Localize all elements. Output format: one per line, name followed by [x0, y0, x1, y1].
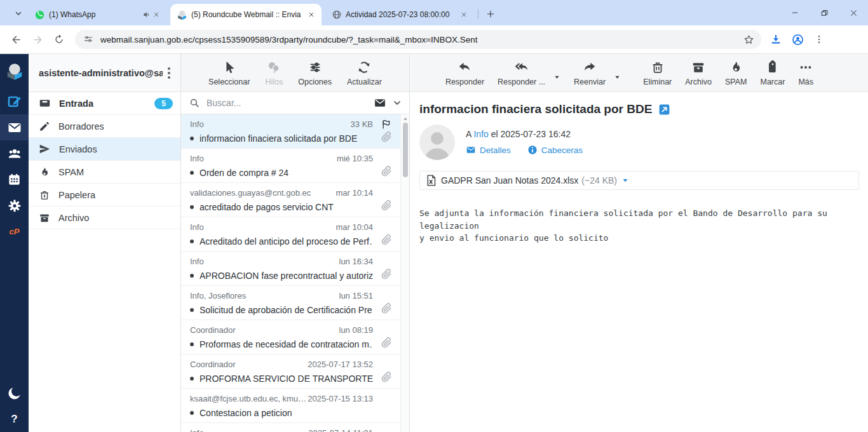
scope-mail-icon[interactable] — [374, 97, 386, 109]
attachment-dropdown-icon[interactable] — [621, 177, 629, 184]
minimize-icon — [791, 9, 799, 17]
contacts-nav-button[interactable] — [0, 140, 29, 166]
archive-icon — [691, 60, 705, 74]
message-date: 33 KB — [351, 119, 373, 129]
scrollbar-thumb[interactable] — [403, 123, 408, 177]
message-sender: Info — [190, 428, 204, 432]
flag-icon[interactable] — [381, 119, 392, 130]
select-button[interactable]: Seleccionar — [208, 60, 250, 86]
roundcube-logo — [0, 54, 29, 88]
message-sender: Coordinador — [190, 360, 236, 369]
reply-all-icon — [515, 60, 529, 74]
folder-archive[interactable]: Archivo — [29, 206, 180, 229]
reply-all-button[interactable]: Responder ... — [498, 60, 545, 86]
message-list-item[interactable]: ksaait@fcjse.utb.edu.ec, kmu… 2025-07-15… — [181, 389, 401, 423]
archive-button[interactable]: Archivo — [685, 60, 712, 86]
help-button[interactable]: ? — [0, 406, 29, 432]
browser-menu-button[interactable] — [808, 29, 830, 50]
compose-button[interactable] — [0, 88, 29, 114]
tab-search-button[interactable] — [10, 6, 27, 20]
tab-divider — [478, 9, 478, 19]
more-button[interactable]: Más — [798, 60, 813, 86]
scroll-up-icon[interactable] — [403, 116, 408, 121]
message-list-item[interactable]: validaciones.guayas@cnt.gob.ec mar 10:14… — [181, 183, 401, 217]
cursor-icon — [222, 60, 236, 74]
maximize-button[interactable] — [810, 0, 839, 25]
threads-button[interactable]: Hilos — [265, 60, 283, 86]
message-list-item[interactable]: Info 2025-07-14 11:01 — [181, 423, 401, 432]
search-input[interactable] — [207, 98, 374, 108]
reply-button[interactable]: Responder — [445, 60, 484, 86]
chevron-down-icon — [15, 10, 22, 17]
back-button[interactable] — [5, 29, 27, 50]
close-window-button[interactable] — [839, 0, 868, 25]
person-icon — [419, 127, 455, 160]
recipient-link[interactable]: Info — [473, 129, 488, 139]
message-list-item[interactable]: Coordinador 2025-07-17 13:52 PROFORMA SE… — [181, 354, 401, 389]
tab-close-button[interactable] — [306, 10, 316, 20]
message-list-item[interactable]: Info mié 10:35 Orden de compra # 24 — [181, 149, 401, 183]
details-link[interactable]: Detalles — [466, 145, 511, 155]
message-list-item[interactable]: Info lun 16:34 APROBACION fase precontra… — [181, 252, 401, 286]
mark-button[interactable]: Marcar — [760, 60, 785, 86]
mail-toolbar: Responder Responder ... Reenviar — [410, 54, 868, 92]
delete-button[interactable]: Eliminar — [643, 60, 672, 86]
tab-close-button[interactable] — [151, 10, 161, 20]
message-list-item[interactable]: Coordinador lun 08:19 Proformas de neces… — [181, 320, 401, 354]
headers-link[interactable]: Cabeceras — [527, 145, 583, 155]
trash-icon — [39, 189, 50, 201]
message-date: lun 15:51 — [339, 291, 374, 300]
attachment-chip[interactable]: GADPR San Juan Notas 2024.xlsx (~24 KB) — [419, 171, 859, 190]
folder-inbox[interactable]: Entrada 5 — [29, 92, 180, 115]
folder-drafts[interactable]: Borradores — [29, 115, 180, 138]
calendar-nav-button[interactable] — [0, 166, 29, 192]
attachment-icon — [381, 372, 392, 382]
new-tab-button[interactable] — [483, 6, 498, 22]
message-list-item[interactable]: Info 33 KB informacion finaciera solicit… — [181, 114, 401, 149]
mail-nav-button[interactable] — [0, 114, 29, 140]
open-in-new-window-icon[interactable] — [658, 104, 670, 116]
forward-button[interactable] — [27, 29, 48, 50]
folder-sent[interactable]: Enviados — [29, 138, 180, 161]
forward-dropdown-icon[interactable] — [614, 74, 621, 81]
forward-button[interactable]: Reenviar — [574, 60, 606, 86]
folder-spam[interactable]: SPAM — [29, 161, 180, 184]
minimize-button[interactable] — [780, 0, 810, 25]
unread-dot — [190, 240, 194, 243]
refresh-button[interactable]: Actualizar — [347, 60, 382, 86]
list-scrollbar[interactable] — [400, 114, 409, 432]
tab-close-button[interactable] — [459, 10, 469, 20]
whatsapp-icon — [34, 10, 45, 20]
tab-roundcube[interactable]: (5) Roundcube Webmail :: Envia — [170, 4, 322, 25]
message-sender: ksaait@fcjse.utb.edu.ec, kmu… — [190, 394, 306, 403]
download-icon — [770, 33, 782, 46]
tab-audio-icon[interactable] — [142, 10, 151, 19]
tab-actividad[interactable]: Actividad 2025-07-23 08:00:00 — [325, 4, 474, 25]
message-list-item[interactable]: Info, Joseflores lun 15:51 Solicitud de … — [181, 286, 401, 320]
bookmark-star-icon[interactable] — [743, 34, 755, 46]
attachment-icon — [381, 132, 392, 142]
folder-trash[interactable]: Papelera — [29, 184, 180, 206]
mail-subject: informacion finaciera solicitada por BDE — [419, 102, 652, 116]
account-menu-button[interactable] — [163, 67, 175, 79]
cpanel-nav-button[interactable]: cP — [0, 219, 29, 245]
settings-nav-button[interactable] — [0, 192, 29, 219]
address-bar[interactable]: webmail.sanjuan.gob.ec/cpsess1535909589/… — [75, 30, 761, 49]
search-options-chevron-icon[interactable] — [393, 98, 402, 107]
tab-whatsapp[interactable]: (1) WhatsApp — [28, 4, 166, 25]
spam-button[interactable]: SPAM — [725, 60, 747, 86]
message-list-item[interactable]: Info mar 10:04 Acreditado del anticipo d… — [181, 217, 401, 252]
options-button[interactable]: Opciones — [298, 60, 332, 86]
forward-icon — [32, 34, 44, 46]
site-info-icon[interactable] — [83, 34, 94, 45]
dark-mode-button[interactable] — [0, 380, 29, 406]
message-date: 2025-07-14 11:01 — [308, 428, 373, 432]
reply-all-dropdown-icon[interactable] — [553, 74, 560, 81]
downloads-button[interactable] — [765, 29, 787, 50]
reload-button[interactable] — [48, 29, 70, 50]
profile-icon — [791, 33, 804, 46]
profile-button[interactable] — [787, 29, 808, 50]
message-subject: APROBACION fase precontractual y autoriz… — [200, 271, 373, 281]
attachment-icon — [381, 234, 392, 245]
paper-plane-icon — [39, 143, 51, 155]
